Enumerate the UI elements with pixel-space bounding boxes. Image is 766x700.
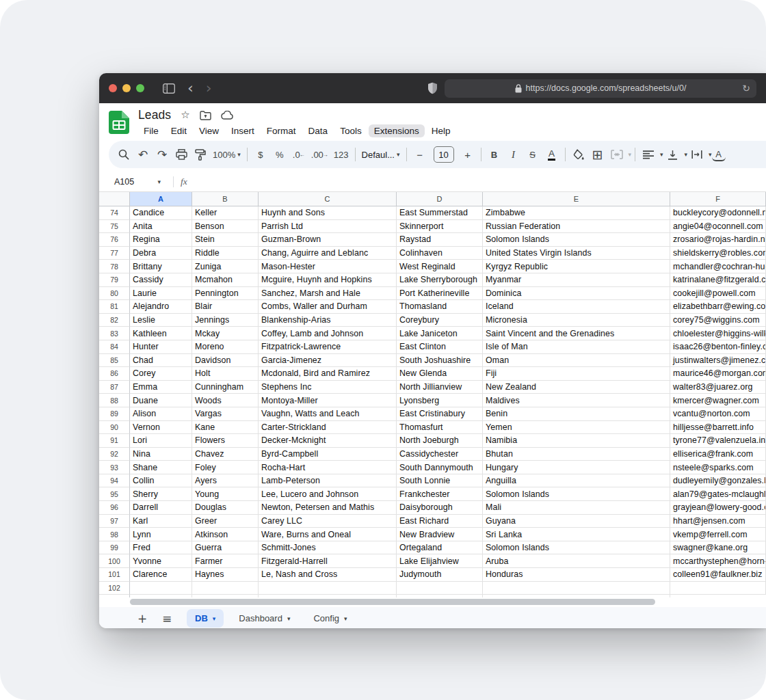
menu-extensions[interactable]: Extensions (369, 124, 425, 137)
cell-A96[interactable]: Darrell (130, 501, 192, 515)
zoom-menu[interactable]: 100%▾ (210, 145, 243, 164)
fill-color-button[interactable] (569, 145, 588, 164)
cell-D93[interactable]: South Dannymouth (397, 461, 483, 474)
horizontal-align-button[interactable] (639, 145, 658, 164)
cell-C88[interactable]: Montoya-Miller (259, 394, 397, 407)
cell-D92[interactable]: Cassidychester (397, 448, 483, 461)
cell-D80[interactable]: Port Katherineville (397, 287, 483, 301)
cell-E82[interactable]: Micronesia (483, 314, 670, 327)
cell-A76[interactable]: Regina (130, 233, 192, 247)
cell-B91[interactable]: Flowers (192, 434, 259, 448)
cell-B82[interactable]: Jennings (192, 314, 259, 327)
cell-C89[interactable]: Vaughn, Watts and Leach (259, 407, 397, 421)
sidebar-toggle-icon[interactable] (163, 83, 175, 94)
cell-E93[interactable]: Hungary (483, 461, 670, 474)
menu-data[interactable]: Data (303, 124, 334, 137)
search-icon[interactable] (114, 145, 133, 164)
cell-C93[interactable]: Rocha-Hart (259, 461, 397, 474)
cell-B87[interactable]: Cunningham (192, 381, 259, 394)
row-header-82[interactable]: 82 (99, 314, 130, 327)
row-header-81[interactable]: 81 (99, 300, 130, 314)
cell-B95[interactable]: Young (192, 487, 259, 501)
cell-E79[interactable]: Myanmar (483, 273, 670, 287)
cell-E74[interactable]: Zimbabwe (483, 206, 670, 220)
menu-view[interactable]: View (194, 124, 224, 137)
cell-A84[interactable]: Hunter (130, 340, 192, 354)
sheet-tab-db[interactable]: DB▾ (187, 609, 224, 628)
cell-D101[interactable]: Judymouth (397, 568, 483, 582)
cell-C99[interactable]: Schmitt-Jones (259, 541, 397, 555)
cell-A90[interactable]: Vernon (130, 421, 192, 435)
cell-F101[interactable]: colleen91@faulkner.biz (670, 568, 766, 582)
row-header-99[interactable]: 99 (99, 541, 130, 555)
cell-D98[interactable]: New Bradview (397, 528, 483, 541)
cell-B90[interactable]: Kane (192, 421, 259, 435)
cell-D97[interactable]: East Richard (397, 515, 483, 528)
menu-edit[interactable]: Edit (166, 124, 192, 137)
number-format-button[interactable]: 123 (331, 145, 352, 164)
cell-A80[interactable]: Laurie (130, 287, 192, 301)
cell-B94[interactable]: Ayers (192, 474, 259, 488)
redo-button[interactable]: ↷ (153, 145, 172, 164)
row-header-95[interactable]: 95 (99, 487, 130, 501)
format-currency-button[interactable]: $ (251, 145, 270, 164)
cell-D76[interactable]: Raystad (397, 233, 483, 247)
cell-C90[interactable]: Carter-Strickland (259, 421, 397, 435)
sheet-tab-caret[interactable]: ▾ (344, 615, 347, 622)
cell-E80[interactable]: Dominica (483, 287, 670, 301)
cell-B101[interactable]: Haynes (192, 568, 259, 582)
cell-F79[interactable]: katrinalane@fitzgerald.co (670, 273, 766, 287)
menu-insert[interactable]: Insert (226, 124, 260, 137)
row-header-90[interactable]: 90 (99, 421, 130, 435)
row-header-93[interactable]: 93 (99, 461, 130, 474)
select-all-corner[interactable] (99, 192, 130, 206)
cell-F76[interactable]: zrosario@rojas-hardin.ne (670, 233, 766, 247)
row-header-89[interactable]: 89 (99, 407, 130, 421)
cell-E81[interactable]: Iceland (483, 300, 670, 314)
menu-file[interactable]: File (138, 124, 164, 137)
cell-A98[interactable]: Lynn (130, 528, 192, 541)
cell-A87[interactable]: Emma (130, 381, 192, 394)
cell-C101[interactable]: Le, Nash and Cross (259, 568, 397, 582)
cell-E78[interactable]: Kyrgyz Republic (483, 260, 670, 273)
cell-C94[interactable]: Lamb-Peterson (259, 474, 397, 488)
cell-D74[interactable]: East Summerstad (397, 206, 483, 220)
sheet-tab-caret[interactable]: ▾ (213, 615, 216, 622)
cell-F91[interactable]: tyrone77@valenzuela.inf (670, 434, 766, 448)
menu-tools[interactable]: Tools (334, 124, 367, 137)
cell-C77[interactable]: Chang, Aguirre and Leblanc (259, 247, 397, 260)
cell-B85[interactable]: Davidson (192, 354, 259, 368)
name-box-caret[interactable]: ▾ (157, 178, 161, 185)
row-header-74[interactable]: 74 (99, 206, 130, 220)
cell-E84[interactable]: Isle of Man (483, 340, 670, 354)
cell-C76[interactable]: Guzman-Brown (259, 233, 397, 247)
cell-D78[interactable]: West Reginald (397, 260, 483, 273)
cell-C95[interactable]: Lee, Lucero and Johnson (259, 487, 397, 501)
sheets-logo-icon[interactable] (109, 111, 129, 134)
name-box[interactable]: A105 ▾ (106, 177, 166, 187)
cell-F80[interactable]: cookejill@powell.com (670, 287, 766, 301)
cell-A97[interactable]: Karl (130, 515, 192, 528)
cell-D91[interactable]: North Joeburgh (397, 434, 483, 448)
cell-C96[interactable]: Newton, Petersen and Mathis (259, 501, 397, 515)
cell-B86[interactable]: Holt (192, 367, 259, 381)
cell-E97[interactable]: Guyana (483, 515, 670, 528)
cell-B102[interactable] (192, 582, 259, 595)
bold-button[interactable]: B (485, 145, 504, 164)
address-bar[interactable]: https://docs.google.com/spreadsheets/u/0… (445, 79, 756, 98)
cell-F90[interactable]: hilljesse@barrett.info (670, 421, 766, 435)
cell-D102[interactable] (397, 582, 483, 595)
cell-D96[interactable]: Daisyborough (397, 501, 483, 515)
text-color-button[interactable]: A (548, 148, 555, 161)
zoom-window-button[interactable] (136, 84, 144, 92)
cell-C100[interactable]: Fitzgerald-Harrell (259, 554, 397, 568)
cell-C79[interactable]: Mcguire, Huynh and Hopkins (259, 273, 397, 287)
cell-E77[interactable]: United States Virgin Islands (483, 247, 670, 260)
cell-D75[interactable]: Skinnerport (397, 220, 483, 234)
cell-A101[interactable]: Clarence (130, 568, 192, 582)
cell-D84[interactable]: East Clinton (397, 340, 483, 354)
cell-C97[interactable]: Carey LLC (259, 515, 397, 528)
row-header-94[interactable]: 94 (99, 474, 130, 488)
column-header-F[interactable]: F (670, 192, 766, 206)
cell-E89[interactable]: Benin (483, 407, 670, 421)
